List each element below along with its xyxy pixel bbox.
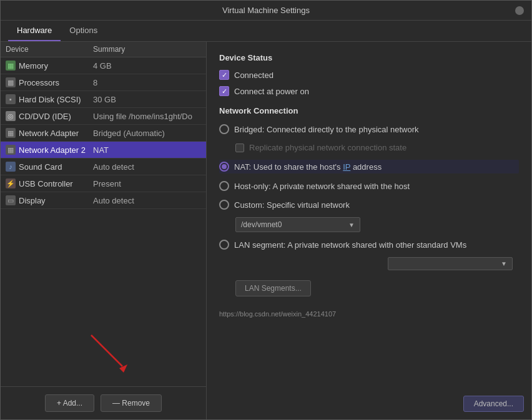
lan-row[interactable]: LAN segment: A private network shared wi… — [219, 238, 519, 251]
device-network: ▦ Network Adapter — [6, 128, 93, 138]
table-row[interactable]: ♪ Sound Card Auto detect — [1, 159, 206, 175]
close-button[interactable] — [515, 6, 524, 15]
advanced-button[interactable]: Advanced... — [463, 396, 524, 412]
replicate-label: Replicate physical network connection st… — [249, 143, 406, 152]
summary-hdd: 30 GB — [93, 95, 201, 104]
tab-options[interactable]: Options — [61, 21, 106, 41]
summary-display: Auto detect — [93, 196, 201, 205]
window-title: Virtual Machine Settings — [222, 6, 310, 15]
connected-label: Connected — [234, 71, 273, 80]
table-header: Device Summary — [1, 42, 206, 57]
table-row[interactable]: ▪ Hard Disk (SCSI) 30 GB — [1, 91, 206, 108]
summary-usb: Present — [93, 179, 201, 188]
device-table: Device Summary ▦ Memory 4 GB ▩ Processor… — [1, 42, 206, 386]
summary-network: Bridged (Automatic) — [93, 129, 201, 138]
cd-icon: ◎ — [6, 111, 16, 121]
device-network2: ▦ Network Adapter 2 — [6, 145, 93, 155]
watermark-text: https://blog.csdn.net/weixin_44214107 — [219, 310, 336, 318]
device-hdd: ▪ Hard Disk (SCSI) — [6, 94, 93, 104]
right-panel: Device Status ✓ Connected ✓ Connect at p… — [207, 42, 531, 419]
nat-radio[interactable] — [219, 162, 229, 172]
custom-dropdown-value: /dev/vmnet0 — [241, 220, 282, 229]
add-button[interactable]: + Add... — [45, 394, 94, 412]
bottom-buttons: + Add... — Remove — [1, 386, 206, 419]
nat-radio-inner — [222, 164, 227, 169]
checkmark2-icon: ✓ — [222, 88, 227, 95]
connect-power-row[interactable]: ✓ Connect at power on — [219, 86, 519, 96]
nat-label: NAT: Used to share the host's IP address — [234, 162, 382, 172]
device-cd: ◎ CD/DVD (IDE) — [6, 111, 93, 121]
table-row[interactable]: ⚡ USB Controller Present — [1, 175, 206, 192]
connect-power-label: Connect at power on — [234, 87, 309, 96]
table-row[interactable]: ◎ CD/DVD (IDE) Using file /home/ins1ght/… — [1, 108, 206, 125]
table-row[interactable]: ▩ Processors 8 — [1, 74, 206, 91]
checkmark-icon: ✓ — [222, 72, 227, 79]
col-header-summary: Summary — [93, 45, 201, 54]
table-row[interactable]: ▦ Memory 4 GB — [1, 57, 206, 74]
connected-checkbox[interactable]: ✓ — [219, 70, 229, 80]
lan-dropdown[interactable]: ▼ — [388, 257, 513, 270]
remove-button[interactable]: — Remove — [101, 394, 162, 412]
bridged-label: Bridged: Connected directly to the physi… — [234, 125, 419, 134]
custom-dropdown-row[interactable]: /dev/vmnet0 ▼ — [235, 217, 519, 232]
summary-processors: 8 — [93, 78, 201, 87]
hostonly-row[interactable]: Host-only: A private network shared with… — [219, 180, 519, 192]
device-usb: ⚡ USB Controller — [6, 178, 93, 188]
summary-cd: Using file /home/ins1ght/Do — [93, 112, 201, 121]
hostonly-radio[interactable] — [219, 181, 229, 191]
network-section: Network Connection Bridged: Connected di… — [219, 106, 519, 296]
nat-ip-highlight: IP — [343, 162, 350, 172]
connect-power-checkbox[interactable]: ✓ — [219, 86, 229, 96]
main-content: Device Summary ▦ Memory 4 GB ▩ Processor… — [1, 42, 531, 419]
hostonly-label: Host-only: A private network shared with… — [234, 182, 410, 191]
table-row[interactable]: ▦ Network Adapter Bridged (Automatic) — [1, 125, 206, 142]
chevron-down-icon: ▼ — [348, 222, 355, 228]
bridged-radio[interactable] — [219, 124, 229, 134]
replicate-row[interactable]: Replicate physical network connection st… — [235, 142, 519, 154]
summary-memory: 4 GB — [93, 61, 201, 71]
network2-icon: ▦ — [6, 145, 16, 155]
usb-icon: ⚡ — [6, 178, 16, 188]
table-row[interactable]: ▦ Network Adapter 2 NAT — [1, 142, 206, 159]
device-processors: ▩ Processors — [6, 77, 93, 87]
custom-dropdown[interactable]: /dev/vmnet0 ▼ — [235, 217, 360, 232]
custom-row[interactable]: Custom: Specific virtual network — [219, 198, 519, 211]
device-display: ▭ Display — [6, 195, 93, 205]
replicate-checkbox[interactable] — [235, 144, 244, 152]
nat-row[interactable]: NAT: Used to share the host's IP address — [219, 160, 519, 173]
connected-row[interactable]: ✓ Connected — [219, 70, 519, 80]
virtual-machine-settings-window: Virtual Machine Settings Hardware Option… — [0, 0, 532, 420]
left-panel: Device Summary ▦ Memory 4 GB ▩ Processor… — [1, 42, 207, 419]
lan-label: LAN segment: A private network shared wi… — [234, 240, 466, 250]
summary-network2: NAT — [93, 145, 201, 155]
chevron-down-icon2: ▼ — [501, 260, 507, 267]
tabs-bar: Hardware Options — [1, 21, 531, 42]
device-status-title: Device Status — [219, 53, 519, 62]
display-icon: ▭ — [6, 195, 16, 205]
lan-dropdown-row[interactable]: ▼ — [219, 257, 519, 270]
col-header-device: Device — [6, 45, 93, 54]
network-icon: ▦ — [6, 128, 16, 138]
lan-radio[interactable] — [219, 240, 229, 250]
table-row[interactable]: ▭ Display Auto detect — [1, 192, 206, 209]
tab-hardware[interactable]: Hardware — [8, 21, 61, 41]
network-connection-title: Network Connection — [219, 106, 519, 115]
processor-icon: ▩ — [6, 77, 16, 87]
custom-label: Custom: Specific virtual network — [234, 200, 350, 210]
sound-icon: ♪ — [6, 162, 16, 172]
titlebar: Virtual Machine Settings — [1, 1, 531, 21]
summary-sound: Auto detect — [93, 162, 201, 172]
custom-radio[interactable] — [219, 200, 229, 210]
device-sound: ♪ Sound Card — [6, 162, 93, 172]
lan-segments-button[interactable]: LAN Segments... — [235, 280, 311, 296]
device-memory: ▦ Memory — [6, 61, 93, 71]
memory-icon: ▦ — [6, 61, 16, 71]
bridged-row[interactable]: Bridged: Connected directly to the physi… — [219, 123, 519, 135]
hdd-icon: ▪ — [6, 94, 16, 104]
